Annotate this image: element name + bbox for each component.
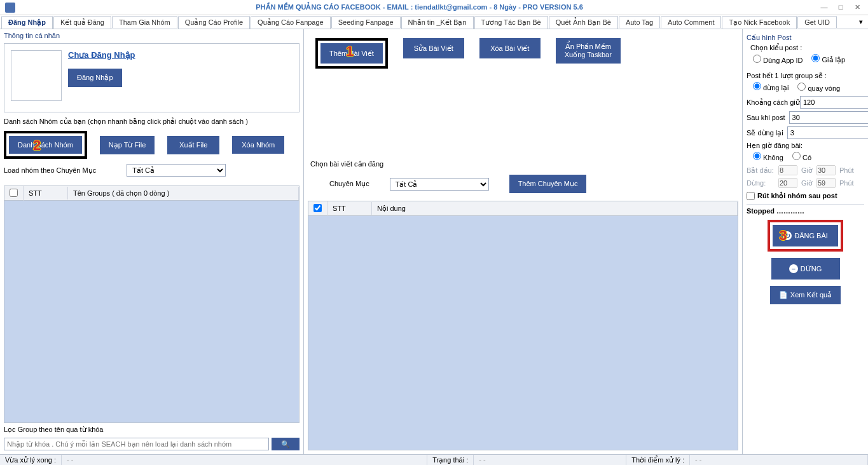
stop-time-label: Dừng: xyxy=(747,179,775,187)
status-state-label: Trạng thái : xyxy=(427,455,474,465)
not-logged-in-link[interactable]: Chưa Đăng Nhập xyxy=(68,50,135,60)
export-file-button[interactable]: Xuất File xyxy=(167,136,219,154)
start-time-label: Bắt đầu: xyxy=(747,166,775,175)
close-button[interactable]: ✕ xyxy=(851,3,863,11)
stop-button[interactable]: – DỪNG xyxy=(771,258,840,280)
stop-minute-input xyxy=(816,178,836,188)
login-button[interactable]: Đăng Nhập xyxy=(68,69,122,87)
titlebar: PHẦN MỀM QUẢNG CÁO FACEBOOK - EMAIL : ti… xyxy=(0,0,868,15)
center-category-label: Chuyên Mục xyxy=(329,180,369,188)
tab-quang-cao-fanpage[interactable]: Quảng Cáo Fanpage xyxy=(251,16,331,29)
groups-table-header: STT Tên Groups ( đã chọn 0 dòng ) xyxy=(4,185,300,201)
posts-col-content[interactable]: Nội dung xyxy=(372,202,738,215)
stop-hour-input xyxy=(778,178,797,188)
posts-table-header: STT Nội dung xyxy=(308,201,738,216)
profile-box: Chưa Đăng Nhập Đăng Nhập xyxy=(4,43,300,112)
groups-table-body[interactable] xyxy=(4,201,300,423)
tab-dang-nhap[interactable]: Đăng Nhập xyxy=(1,16,53,29)
tab-seeding-fanpage[interactable]: Seeding Fanpage xyxy=(331,16,401,28)
delete-post-button[interactable]: Xóa Bài Viết xyxy=(479,38,541,58)
tab-tham-gia-nhom[interactable]: Tham Gia Nhóm xyxy=(112,16,177,28)
maximize-button[interactable]: □ xyxy=(835,3,846,11)
load-by-category-label: Load nhóm theo Chuyên Mục xyxy=(4,166,96,175)
radio-schedule-yes[interactable]: Có xyxy=(792,152,811,161)
select-all-groups-checkbox[interactable] xyxy=(10,189,18,197)
load-from-file-button[interactable]: Nạp Từ File xyxy=(100,136,155,154)
post-type-label: Chọn kiểu post : xyxy=(750,44,864,52)
status-text: Stopped ………… xyxy=(747,204,864,215)
annotation-3: 3 xyxy=(779,227,787,244)
search-button[interactable]: 🔍 xyxy=(272,438,300,450)
will-stop-label: Sẽ dừng lại xyxy=(747,129,783,137)
profile-section-label: Thông tin cá nhân xyxy=(0,29,303,41)
status-time-label: Thời điểm xử lý : xyxy=(626,455,690,465)
list-groups-button[interactable]: Danh Sách Nhóm xyxy=(9,136,82,154)
tab-tuong-tac-ban-be[interactable]: Tương Tác Bạn Bè xyxy=(474,16,548,29)
main-tabs: Đăng Nhập Kết quả Đăng Tham Gia Nhóm Quả… xyxy=(0,15,868,29)
annotation-1: 1 xyxy=(346,43,354,60)
tab-ket-qua-dang[interactable]: Kết quả Đăng xyxy=(53,16,111,29)
config-post-label: Cấu hình Post xyxy=(747,34,864,42)
document-icon: 📄 xyxy=(779,291,788,299)
start-hour-input xyxy=(778,165,797,175)
add-category-button[interactable]: Thêm Chuyên Mục xyxy=(509,175,587,193)
status-time-value: - - xyxy=(690,455,868,465)
after-round-label: Post hết 1 lượt group sẽ : xyxy=(747,72,864,80)
center-category-select[interactable]: Tất Cả xyxy=(390,178,489,191)
col-group-name[interactable]: Tên Groups ( đã chọn 0 dòng ) xyxy=(68,187,299,200)
window-title: PHẦN MỀM QUẢNG CÁO FACEBOOK - EMAIL : ti… xyxy=(20,3,818,11)
start-minute-input xyxy=(816,165,836,175)
tab-overflow-button[interactable]: ▾ xyxy=(855,18,867,26)
leave-group-checkbox[interactable] xyxy=(747,192,755,200)
status-done-value: - - xyxy=(62,455,427,465)
leave-group-label: Rút khỏi nhóm sau post xyxy=(757,192,837,200)
tab-nhan-tin-ket-ban[interactable]: Nhắn tin _Kết Bạn xyxy=(401,16,474,29)
select-all-posts-checkbox[interactable] xyxy=(313,204,322,212)
tab-tao-nick-facebook[interactable]: Tạo Nick Facebook xyxy=(722,16,797,29)
hide-to-taskbar-button[interactable]: Ẩn Phần Mềm Xuống Taskbar xyxy=(556,38,621,64)
window-controls: — □ ✕ xyxy=(818,3,863,11)
tab-auto-comment[interactable]: Auto Comment xyxy=(661,16,721,28)
tab-quang-cao-profile[interactable]: Quảng Cáo Profile xyxy=(178,16,250,29)
after-post-input[interactable] xyxy=(789,111,868,124)
filter-input[interactable] xyxy=(4,438,269,450)
avatar-placeholder xyxy=(11,50,62,101)
posts-col-stt[interactable]: STT xyxy=(327,202,372,215)
radio-simulate[interactable]: Giả lập xyxy=(811,54,845,64)
radio-app-id[interactable]: Dùng App ID xyxy=(753,55,803,64)
tab-get-uid[interactable]: Get UID xyxy=(797,16,837,28)
interval-input[interactable] xyxy=(800,96,868,109)
delete-group-button[interactable]: Xóa Nhóm xyxy=(232,136,284,154)
tab-quet-anh-ban-be[interactable]: Quét Ảnh Bạn Bè xyxy=(549,16,618,29)
category-select[interactable]: Tất Cả xyxy=(127,164,226,177)
schedule-label: Hẹn giờ đăng bài: xyxy=(747,142,864,150)
posts-table-body[interactable] xyxy=(308,216,738,450)
status-done-label: Vừa xử lý xong : xyxy=(0,455,62,465)
select-post-label: Chọn bài viết cần đăng xyxy=(310,160,736,168)
tab-auto-tag[interactable]: Auto Tag xyxy=(619,16,660,28)
status-state-value: - - xyxy=(474,455,626,465)
will-stop-input[interactable] xyxy=(787,126,868,139)
after-post-label: Sau khi post xyxy=(747,114,785,121)
group-list-hint: Danh sách Nhóm của bạn (chọn nhanh bằng … xyxy=(4,118,300,126)
stop-icon: – xyxy=(789,264,798,273)
radio-schedule-no[interactable]: Không xyxy=(753,152,783,161)
interval-label: Khoảng cách giữa 2 post xyxy=(747,98,796,107)
edit-post-button[interactable]: Sửa Bài Viết xyxy=(403,38,464,58)
minimize-button[interactable]: — xyxy=(818,3,830,11)
view-result-button[interactable]: 📄 Xem Kết quả xyxy=(770,286,841,304)
search-icon: 🔍 xyxy=(281,440,290,448)
annotation-2: 2 xyxy=(33,137,41,154)
app-icon xyxy=(5,3,15,13)
statusbar: Vừa xử lý xong : - - Trạng thái : - - Th… xyxy=(0,454,868,465)
radio-stop[interactable]: dừng lại xyxy=(753,82,789,92)
radio-loop[interactable]: quay vòng xyxy=(797,83,840,92)
col-stt[interactable]: STT xyxy=(24,187,68,199)
filter-label: Lọc Group theo tên qua từ khóa xyxy=(0,423,303,436)
